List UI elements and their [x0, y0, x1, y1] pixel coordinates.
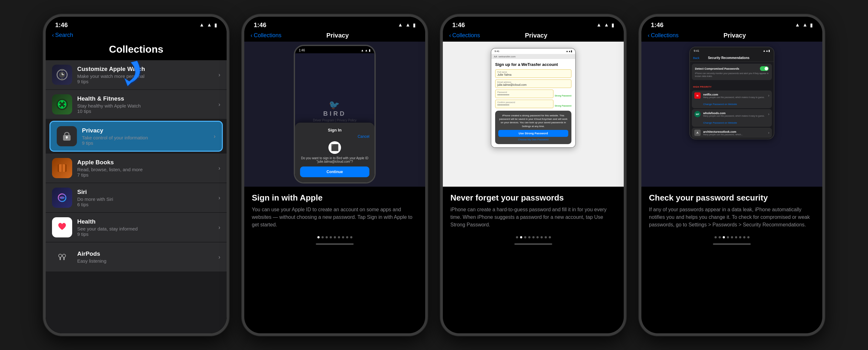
dot-4-7: [743, 236, 745, 238]
dot-4-3: [727, 236, 729, 238]
chevron-icon-airpods: ›: [218, 254, 220, 260]
status-time-1: 1:46: [55, 22, 68, 29]
wt-confirm-label: Confirm password: [497, 101, 551, 104]
list-item-customize-watch[interactable]: Customize Apple Watch Make your watch mo…: [46, 60, 227, 89]
status-icons-3: ▲ ▲ ▮: [596, 22, 614, 28]
wt-confirm-strength: Strong Password: [555, 105, 571, 108]
list-item-health-fitness[interactable]: Health & Fitness Stay healthy with Apple…: [46, 90, 227, 119]
list-item-tips-health-fitness: 10 tips: [77, 109, 213, 114]
wt-strength: Strong Password: [555, 95, 571, 98]
wifi-icon-4: ▲: [802, 22, 807, 28]
back-arrow-icon-2: ‹: [251, 32, 252, 39]
list-item-health[interactable]: Health See your data, stay informed 9 ti…: [46, 213, 227, 242]
wt-confirm-value: ••••••••••••: [497, 104, 551, 107]
home-indicator-2: [244, 241, 425, 247]
back-label-3[interactable]: Collections: [452, 32, 480, 39]
svg-rect-25: [63, 257, 65, 260]
wt-modal-text: iPhone created a strong password for thi…: [498, 114, 568, 128]
status-bar-4: 1:46 ▲ ▲ ▮: [641, 17, 822, 31]
detect-toggle[interactable]: [760, 66, 769, 71]
wholefoods-change-link[interactable]: Change Password on Website: [703, 121, 737, 124]
list-item-title-watch: Customize Apple Watch: [77, 66, 213, 72]
back-label-1[interactable]: Search: [55, 32, 73, 38]
battery-icon-1: ▮: [214, 22, 217, 28]
icon-siri: [52, 187, 72, 208]
list-item-text-health: Health See your data, stay informed 9 ti…: [77, 218, 213, 237]
wifi-icon-3: ▲: [604, 22, 609, 28]
wt-choose-own-link[interactable]: Choose My Own Password: [498, 138, 568, 141]
svg-point-9: [64, 104, 66, 105]
tip-desc-passwords: iPhone can create a hard-to-guess passwo…: [451, 206, 616, 229]
list-item-airpods[interactable]: AirPods Easy listening ›: [46, 242, 227, 271]
tip-title-security: Check your password security: [649, 193, 815, 203]
list-item-text-books: Apple Books Read, browse, listen, and mo…: [77, 159, 213, 177]
list-item-subtitle-books: Read, browse, listen, and more: [77, 167, 213, 172]
dot-4-2: [723, 236, 725, 238]
cancel-btn[interactable]: Cancel: [300, 134, 369, 139]
list-item-tips-watch: 9 tips: [77, 79, 213, 84]
tip-text-area-signin: Sign in with Apple You can use your Appl…: [244, 187, 425, 232]
svg-rect-3: [61, 79, 63, 80]
nav-back-collections-3[interactable]: ‹ Collections: [449, 32, 480, 39]
wt-icons: ▲▲▮: [566, 50, 572, 53]
tip-image-signin: 1:46 ▲ ▲ ▮ 🐦 BIRD Driver Program | Priva…: [244, 41, 425, 187]
phone-privacy-security: 1:46 ▲ ▲ ▮ ‹ Collections Privacy 9:41 ▲▲…: [639, 14, 825, 336]
inner-phone-signin: 1:46 ▲ ▲ ▮ 🐦 BIRD Driver Program | Priva…: [294, 45, 376, 183]
sec-nav-title: Security Recommendations: [708, 56, 749, 60]
back-label-4[interactable]: Collections: [651, 32, 679, 39]
home-bar-3: [515, 243, 552, 245]
signal-icon-1: ▲: [199, 22, 204, 28]
list-item-text-health-fitness: Health & Fitness Stay healthy with Apple…: [77, 95, 213, 114]
bird-links: Driver Program | Privacy Policy: [313, 119, 356, 122]
list-item-books[interactable]: Apple Books Read, browse, listen, and mo…: [46, 153, 227, 182]
phone-privacy-signin: 1:46 ▲ ▲ ▮ ‹ Collections Privacy: [242, 14, 428, 336]
back-label-2[interactable]: Collections: [254, 32, 281, 39]
svg-rect-23: [60, 257, 61, 260]
list-item-title-siri: Siri: [77, 188, 213, 196]
svg-rect-15: [66, 137, 67, 139]
list-item-tips-books: 7 tips: [77, 172, 213, 177]
chevron-icon-siri: ›: [218, 195, 220, 201]
signal-icon-4: ▲: [795, 22, 800, 28]
signin-sheet-desc: Do you want to sign in to Bird with your…: [300, 156, 369, 163]
nav-back-search-1[interactable]: ‹ Search: [52, 32, 73, 38]
continue-button[interactable]: Continue: [300, 167, 369, 177]
page-dots-3: [443, 232, 624, 241]
bird-logo-text: 🐦: [313, 100, 356, 110]
wt-email-label: Email address: [497, 81, 569, 83]
page-dots-2: [244, 232, 425, 241]
bird-brand: BIRD: [313, 110, 356, 117]
dot-2-3: [330, 236, 332, 238]
wt-use-strong-btn[interactable]: Use Strong Password: [498, 130, 568, 137]
chevron-icon-health-fitness: ›: [218, 101, 220, 108]
tip-text-area-security: Check your password security If any of y…: [641, 187, 822, 232]
aa-label: AA: [494, 55, 497, 58]
svg-point-24: [62, 254, 66, 257]
wholefoods-icon: WF: [694, 111, 701, 117]
dot-3-4: [532, 236, 534, 238]
netflix-change-link[interactable]: Change Password on Website: [703, 103, 737, 106]
nav-back-collections-4[interactable]: ‹ Collections: [648, 32, 679, 39]
detect-label: Detect Compromised Passwords: [695, 67, 739, 70]
list-item-text-watch: Customize Apple Watch Make your watch mo…: [77, 66, 213, 84]
status-icons-2: ▲ ▲ ▮: [398, 22, 416, 28]
list-item-siri[interactable]: Siri Do more with Siri 6 tips ›: [46, 183, 227, 212]
icon-customize-watch: [52, 65, 72, 85]
tip-title-signin: Sign in with Apple: [252, 193, 417, 203]
sec-icons: ▲▲▮: [763, 49, 770, 52]
arch-chevron: ›: [768, 130, 769, 135]
status-bar-2: 1:46 ▲ ▲ ▮: [244, 17, 425, 31]
list-item-subtitle-privacy: Take control of your information: [82, 135, 209, 140]
sec-back-btn[interactable]: Back: [693, 56, 700, 60]
inner-time-2: 1:46: [299, 49, 305, 52]
nav-back-collections-2[interactable]: ‹ Collections: [251, 32, 281, 39]
dot-3-3: [528, 236, 530, 238]
wt-url: wetransfer.com: [499, 55, 516, 58]
list-item-privacy[interactable]: Privacy Take control of your information…: [50, 121, 223, 152]
status-icons-1: ▲ ▲ ▮: [199, 22, 217, 28]
appleid-icon: ⬛: [329, 141, 341, 154]
dot-4-5: [735, 236, 737, 238]
dot-2-7: [346, 236, 348, 238]
wt-time: 9:41: [495, 50, 500, 53]
dot-4-0: [714, 236, 717, 238]
